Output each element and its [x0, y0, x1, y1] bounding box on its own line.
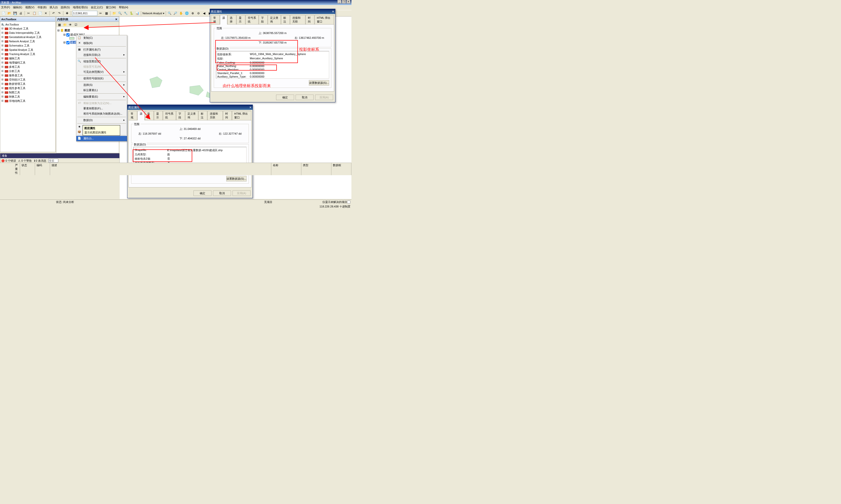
toolbox-item[interactable]: Tracking Analyst 工具 — [1, 52, 54, 56]
back-icon[interactable]: ◀ — [202, 11, 207, 16]
dialog-tab[interactable]: 常规 — [211, 15, 220, 24]
toolbox-item[interactable]: 分析工具 — [1, 69, 54, 73]
message-search[interactable] — [48, 159, 58, 163]
paste-icon[interactable]: 📄 — [38, 11, 42, 16]
context-menu-item[interactable]: ✕移除(R) — [76, 40, 127, 46]
context-menu-item[interactable]: 标注要素(L) — [76, 88, 127, 93]
apply-button[interactable]: 应用(A) — [315, 95, 333, 100]
toc-title[interactable]: 内容列表 ✕ — [56, 17, 119, 22]
toolbox-item[interactable]: 多维工具 — [1, 65, 54, 69]
toolbox-item[interactable]: Spatial Analyst 工具 — [1, 48, 54, 52]
col-name[interactable]: 名称 — [271, 163, 301, 175]
redo-icon[interactable]: ↷ — [57, 11, 62, 16]
dialog-tab[interactable]: 定义查询 — [185, 111, 198, 120]
toc-root[interactable]: 图层 — [65, 29, 70, 32]
context-menu-item[interactable]: 📋复制(C) — [76, 35, 127, 40]
zoom-out-icon[interactable]: 🔎 — [173, 11, 178, 16]
toolbox-item[interactable]: Data Interoperability 工具 — [1, 31, 54, 35]
ok-button[interactable]: 确定 — [194, 191, 212, 196]
catalog-icon[interactable]: 📁 — [112, 11, 117, 16]
dialog-tab[interactable]: 显示 — [154, 111, 163, 120]
dialog-tab[interactable]: 标注 — [198, 111, 207, 120]
toolbox-item[interactable]: 空间统计工具 — [1, 77, 54, 82]
model-icon[interactable]: 📊 — [135, 11, 140, 16]
dialog-tab[interactable]: 显示 — [236, 15, 245, 24]
dialog-titlebar[interactable]: 图层属性 ✕ — [127, 105, 253, 110]
menu-view[interactable]: 视图(V) — [25, 5, 35, 10]
datasource-box[interactable]: 投影坐标系:WGS_1984_Web_Mercator_Auxiliary_Sp… — [216, 51, 329, 78]
menu-geoprocessing[interactable]: 地理处理(G) — [73, 5, 88, 10]
list-by-selection-icon[interactable]: ☑ — [73, 22, 78, 27]
dialog-tab[interactable]: 字段 — [176, 111, 185, 120]
toc-close-icon[interactable]: ✕ — [114, 17, 118, 21]
context-menu-item[interactable]: 将符号系统转换为制图表达(B)... — [76, 111, 127, 116]
list-by-visibility-icon[interactable]: 👁 — [68, 22, 73, 27]
col-severity[interactable]: 严重性 — [0, 163, 20, 175]
toolbox-item[interactable]: 地理编码工具 — [1, 60, 54, 65]
unresolved-checkbox[interactable] — [347, 200, 351, 204]
dialog-tab[interactable]: 字段 — [259, 15, 268, 24]
maximize-button[interactable]: ❐ — [342, 0, 346, 3]
layer-checkbox[interactable] — [66, 41, 70, 44]
toolbox-item[interactable]: 编辑工具 — [1, 56, 54, 60]
dialog-tab[interactable]: 常规 — [128, 111, 137, 120]
editor-icon[interactable]: ✏ — [98, 11, 103, 16]
search-icon[interactable]: 🔍 — [118, 11, 122, 16]
toolbox-item[interactable]: 服务器工具 — [1, 73, 54, 77]
cancel-button[interactable]: 取消 — [213, 191, 231, 196]
toolbox-item[interactable]: Schematics 工具 — [1, 43, 54, 48]
add-data-icon[interactable]: ✚ — [65, 11, 70, 16]
dialog-tab[interactable]: 定义查询 — [268, 15, 281, 24]
toolbox-item[interactable]: 宗地结构工具 — [1, 99, 54, 103]
toolbox-item[interactable]: 3D Analyst 工具 — [1, 26, 54, 31]
context-menu-item[interactable]: ▦打开属性表(T) — [76, 47, 127, 52]
menu-edit[interactable]: 编辑(E) — [13, 5, 22, 10]
ok-button[interactable]: 确定 — [276, 95, 294, 100]
dialog-tab[interactable]: 源 — [138, 111, 145, 120]
toolbox-item[interactable]: 数据管理工具 — [1, 82, 54, 86]
menu-select[interactable]: 选择(S) — [60, 5, 70, 10]
close-button[interactable]: ✕ — [346, 0, 351, 3]
dropdown-icon[interactable]: ▾ — [163, 12, 164, 15]
toolbox-item[interactable]: 转换工具 — [1, 95, 54, 99]
toolbox-item[interactable]: Geostatistical Analyst 工具 — [1, 35, 54, 39]
menu-insert[interactable]: 插入(I) — [50, 5, 57, 10]
info-count[interactable]: ℹ 0 条消息 — [34, 159, 46, 163]
context-menu-item[interactable]: 📄属性(I)... — [76, 136, 127, 141]
arctoolbox-tree[interactable]: 🔧 ArcToolbox 3D Analyst 工具Data Interoper… — [0, 22, 55, 104]
new-icon[interactable]: 📄 — [1, 11, 6, 16]
arctoolbox-root[interactable]: 🔧 ArcToolbox — [1, 23, 54, 26]
fixed-zoom-in-icon[interactable]: ⊕ — [190, 11, 195, 16]
menu-customize[interactable]: 自定义(C) — [91, 5, 103, 10]
context-menu-item[interactable]: 要素转图形(F)... — [76, 106, 127, 111]
save-icon[interactable]: 💾 — [13, 11, 18, 16]
toolbox-icon[interactable]: 🔧 — [123, 11, 128, 16]
cut-icon[interactable]: ✂ — [26, 11, 31, 16]
dialog-tab[interactable]: 源 — [220, 15, 227, 24]
dialog-tab[interactable]: 符号系统 — [246, 15, 258, 24]
dialog-tab[interactable]: 符号系统 — [163, 111, 176, 120]
context-menu-item[interactable]: 连接和关联(J)▸ — [76, 52, 127, 57]
scale-input[interactable] — [72, 11, 97, 16]
dialog-tab[interactable]: 选择 — [145, 111, 154, 120]
full-extent-icon[interactable]: 🌐 — [184, 11, 190, 16]
context-menu-item[interactable]: 选择(S)▸ — [76, 82, 127, 88]
pan-icon[interactable]: ✋ — [179, 11, 184, 16]
open-icon[interactable]: 📂 — [7, 11, 12, 16]
minimize-button[interactable]: _ — [337, 0, 341, 3]
dialog-tab[interactable]: 连接和关联 — [290, 15, 305, 24]
network-analyst-label[interactable]: Network Analyst — [142, 12, 162, 15]
layer-symbol[interactable] — [69, 37, 74, 39]
col-dataframe[interactable]: 数据框 — [332, 163, 352, 175]
toolbox-item[interactable]: 线性参考工具 — [1, 86, 54, 90]
context-menu-item[interactable]: 数据(D)▸ — [76, 118, 127, 123]
toolbox-item[interactable]: Network Analyst 工具 — [1, 39, 54, 43]
set-datasource-button[interactable]: 设置数据源(S)... — [226, 176, 247, 181]
list-by-source-icon[interactable]: 📁 — [62, 22, 67, 27]
context-menu-item[interactable]: 编辑要素(E)▸ — [76, 94, 127, 100]
dialog-tab[interactable]: 连接和关联 — [208, 111, 223, 120]
context-menu-item[interactable]: 🔍缩放至图层(Z) — [76, 59, 127, 64]
context-menu-item[interactable]: 可见比例范围(V)▸ — [76, 69, 127, 75]
menu-help[interactable]: 帮助(H) — [119, 5, 128, 10]
dialog-tab[interactable]: HTML 弹出窗口 — [232, 111, 251, 120]
